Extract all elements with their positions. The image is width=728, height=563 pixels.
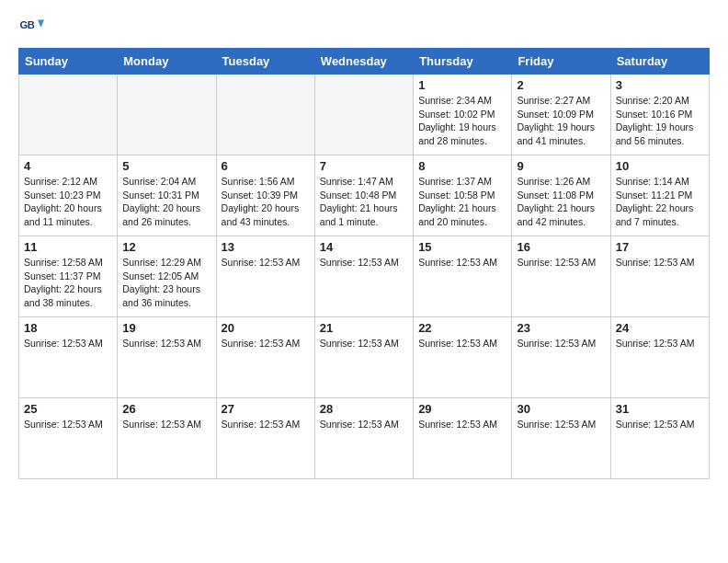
calendar-cell: 24Sunrise: 12:53 AM [610, 317, 709, 398]
calendar-cell [118, 75, 216, 155]
calendar-cell: 5Sunrise: 2:04 AM Sunset: 10:31 PM Dayli… [118, 155, 216, 236]
day-number: 3 [616, 78, 704, 92]
day-number: 14 [320, 240, 408, 254]
calendar-cell: 26Sunrise: 12:53 AM [118, 398, 216, 479]
day-info: Sunrise: 2:34 AM Sunset: 10:02 PM Daylig… [418, 94, 506, 148]
day-info: Sunrise: 2:04 AM Sunset: 10:31 PM Daylig… [122, 175, 210, 229]
logo: G B [18, 15, 48, 40]
day-info: Sunrise: 12:53 AM [517, 256, 605, 270]
calendar-cell: 29Sunrise: 12:53 AM [414, 398, 512, 479]
week-row-4: 18Sunrise: 12:53 AM19Sunrise: 12:53 AM20… [19, 317, 710, 398]
day-number: 28 [320, 402, 408, 416]
calendar-cell: 9Sunrise: 1:26 AM Sunset: 11:08 PM Dayli… [512, 155, 610, 236]
svg-text:G: G [19, 19, 28, 30]
day-number: 2 [517, 78, 605, 92]
day-number: 21 [320, 321, 408, 335]
day-number: 24 [616, 321, 704, 335]
day-number: 10 [616, 159, 704, 173]
calendar-cell: 17Sunrise: 12:53 AM [610, 236, 709, 317]
weekday-header-thursday: Thursday [414, 49, 512, 75]
day-info: Sunrise: 12:53 AM [418, 256, 506, 270]
day-info: Sunrise: 12:53 AM [418, 418, 506, 431]
weekday-header-row: SundayMondayTuesdayWednesdayThursdayFrid… [19, 49, 710, 75]
header: G B [18, 15, 710, 40]
day-info: Sunrise: 12:53 AM [24, 418, 112, 431]
calendar-cell: 25Sunrise: 12:53 AM [19, 398, 118, 479]
week-row-1: 1Sunrise: 2:34 AM Sunset: 10:02 PM Dayli… [19, 75, 710, 155]
day-number: 4 [24, 159, 112, 173]
day-number: 18 [24, 321, 112, 335]
calendar-cell [216, 75, 314, 155]
day-info: Sunrise: 12:53 AM [616, 418, 704, 431]
day-number: 22 [418, 321, 506, 335]
calendar-cell: 27Sunrise: 12:53 AM [216, 398, 314, 479]
weekday-header-sunday: Sunday [19, 49, 118, 75]
day-info: Sunrise: 12:53 AM [418, 337, 506, 350]
day-info: Sunrise: 12:53 AM [616, 256, 704, 270]
day-number: 31 [616, 402, 704, 416]
weekday-header-friday: Friday [512, 49, 610, 75]
week-row-5: 25Sunrise: 12:53 AM26Sunrise: 12:53 AM27… [19, 398, 710, 479]
calendar-cell: 3Sunrise: 2:20 AM Sunset: 10:16 PM Dayli… [610, 75, 709, 155]
day-number: 19 [122, 321, 210, 335]
day-number: 1 [418, 78, 506, 92]
weekday-header-tuesday: Tuesday [216, 49, 314, 75]
calendar-cell [314, 75, 413, 155]
calendar-cell: 28Sunrise: 12:53 AM [314, 398, 413, 479]
calendar-cell: 12Sunrise: 12:29 AM Sunset: 12:05 AM Day… [118, 236, 216, 317]
day-number: 29 [418, 402, 506, 416]
calendar-cell: 21Sunrise: 12:53 AM [314, 317, 413, 398]
day-info: Sunrise: 1:37 AM Sunset: 10:58 PM Daylig… [418, 175, 506, 229]
calendar-cell: 10Sunrise: 1:14 AM Sunset: 11:21 PM Dayl… [610, 155, 709, 236]
day-info: Sunrise: 12:29 AM Sunset: 12:05 AM Dayli… [122, 256, 210, 310]
calendar-cell: 15Sunrise: 12:53 AM [414, 236, 512, 317]
calendar-cell: 16Sunrise: 12:53 AM [512, 236, 610, 317]
day-info: Sunrise: 1:56 AM Sunset: 10:39 PM Daylig… [222, 175, 310, 229]
calendar-cell: 6Sunrise: 1:56 AM Sunset: 10:39 PM Dayli… [216, 155, 314, 236]
weekday-header-monday: Monday [118, 49, 216, 75]
day-info: Sunrise: 12:58 AM Sunset: 11:37 PM Dayli… [24, 256, 112, 310]
day-info: Sunrise: 2:20 AM Sunset: 10:16 PM Daylig… [616, 94, 704, 148]
day-info: Sunrise: 2:27 AM Sunset: 10:09 PM Daylig… [517, 94, 605, 148]
day-number: 13 [222, 240, 310, 254]
day-info: Sunrise: 1:26 AM Sunset: 11:08 PM Daylig… [517, 175, 605, 229]
week-row-2: 4Sunrise: 2:12 AM Sunset: 10:23 PM Dayli… [19, 155, 710, 236]
calendar-cell: 14Sunrise: 12:53 AM [314, 236, 413, 317]
day-number: 17 [616, 240, 704, 254]
day-number: 23 [517, 321, 605, 335]
day-number: 5 [122, 159, 210, 173]
calendar-cell: 7Sunrise: 1:47 AM Sunset: 10:48 PM Dayli… [314, 155, 413, 236]
day-info: Sunrise: 12:53 AM [517, 418, 605, 431]
calendar-cell [19, 75, 118, 155]
weekday-header-saturday: Saturday [610, 49, 709, 75]
day-info: Sunrise: 12:53 AM [122, 418, 210, 431]
day-info: Sunrise: 1:14 AM Sunset: 11:21 PM Daylig… [616, 175, 704, 229]
week-row-3: 11Sunrise: 12:58 AM Sunset: 11:37 PM Day… [19, 236, 710, 317]
svg-text:B: B [28, 19, 35, 30]
calendar-cell: 23Sunrise: 12:53 AM [512, 317, 610, 398]
calendar-cell: 1Sunrise: 2:34 AM Sunset: 10:02 PM Dayli… [414, 75, 512, 155]
day-info: Sunrise: 12:53 AM [222, 256, 310, 270]
calendar-cell: 18Sunrise: 12:53 AM [19, 317, 118, 398]
calendar-cell: 11Sunrise: 12:58 AM Sunset: 11:37 PM Day… [19, 236, 118, 317]
day-number: 26 [122, 402, 210, 416]
weekday-header-wednesday: Wednesday [314, 49, 413, 75]
day-number: 7 [320, 159, 408, 173]
day-number: 6 [222, 159, 310, 173]
calendar-cell: 8Sunrise: 1:37 AM Sunset: 10:58 PM Dayli… [414, 155, 512, 236]
svg-marker-2 [38, 20, 44, 28]
calendar-cell: 30Sunrise: 12:53 AM [512, 398, 610, 479]
day-info: Sunrise: 12:53 AM [222, 418, 310, 431]
calendar-cell: 22Sunrise: 12:53 AM [414, 317, 512, 398]
day-info: Sunrise: 12:53 AM [517, 337, 605, 350]
day-info: Sunrise: 12:53 AM [320, 337, 408, 350]
day-info: Sunrise: 1:47 AM Sunset: 10:48 PM Daylig… [320, 175, 408, 229]
day-info: Sunrise: 12:53 AM [616, 337, 704, 350]
calendar-cell: 20Sunrise: 12:53 AM [216, 317, 314, 398]
day-number: 20 [222, 321, 310, 335]
day-info: Sunrise: 12:53 AM [320, 256, 408, 270]
day-number: 30 [517, 402, 605, 416]
calendar-table: SundayMondayTuesdayWednesdayThursdayFrid… [18, 48, 710, 479]
logo-icon: G B [18, 15, 44, 40]
day-number: 27 [222, 402, 310, 416]
